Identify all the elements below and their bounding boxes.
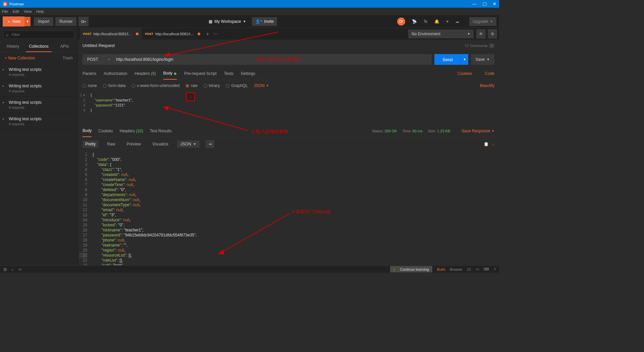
browse-link[interactable]: Browse [450,267,462,271]
minimize-icon[interactable]: — [472,1,477,6]
capture-icon[interactable]: 📡 [412,19,417,24]
main-toolbar: ＋New ▼ Import Runner ⧉▾ ▦My Workspace▼ 👤… [0,15,499,28]
sync-icon[interactable]: ⟳ [397,17,405,26]
console-icon[interactable]: ▭ [18,267,22,271]
response-body[interactable]: 1234567891011121314151617181920212223242… [78,151,499,265]
import-button[interactable]: Import [34,17,53,26]
trash-link[interactable]: Trash [63,56,73,60]
runner-button[interactable]: Runner [55,17,76,26]
window-titlebar: ◉ Postman — ▢ ✕ [0,0,499,8]
send-button[interactable]: Send [434,54,461,65]
resp-tab-body[interactable]: Body [83,125,92,137]
subtab-tests[interactable]: Tests [224,68,233,79]
resp-view-pretty[interactable]: Pretty [83,140,98,148]
menu-edit[interactable]: Edit [13,9,19,13]
open-new-icon[interactable]: ⧉▾ [78,17,89,26]
beautify-button[interactable]: Beautify [480,83,494,88]
user-icon[interactable]: ☁ [455,19,459,24]
resp-tab-tests[interactable]: Test Results [150,125,172,137]
workspace-selector[interactable]: ▦My Workspace▼ [209,19,246,24]
method-selector[interactable]: POST [83,54,113,65]
menubar: File Edit View Help [0,8,499,15]
subtab-prerequest[interactable]: Pre-request Script [184,68,217,79]
close-icon[interactable]: ✕ [493,1,496,6]
wrap-lines-icon[interactable]: ⇥ [206,140,214,148]
interceptor-icon[interactable]: 🛰 [424,19,428,24]
sidebar-toggle-icon[interactable]: ▥ [3,267,7,271]
postman-icon: ◉ [3,2,7,6]
find-icon[interactable]: ⌕ [11,267,14,271]
request-body-editor[interactable]: 1 ▾234 { "username":"teacher1", "passwor… [78,91,499,125]
build-link[interactable]: Build [437,267,445,271]
body-type-binary[interactable]: binary [204,83,220,88]
heart-icon[interactable]: ♥ [446,19,448,24]
tab-options-button[interactable]: ⋯ [212,31,220,37]
body-type-GraphQL[interactable]: GraphQL [226,83,248,88]
send-dropdown[interactable]: ▼ [461,54,468,65]
request-tabs: POSThttp://localhost:8081/loginc/lo...PO… [78,28,499,40]
maximize-icon[interactable]: ▢ [483,1,487,6]
url-input[interactable] [113,54,432,65]
upgrade-button[interactable]: Upgrade▼ [469,17,496,26]
request-content: POSThttp://localhost:8081/loginc/lo...PO… [78,28,499,265]
subtab-body[interactable]: Body ● [163,68,177,80]
save-button[interactable]: Save▼ [471,54,494,65]
preview-env-icon[interactable]: 👁 [476,29,486,39]
collection-item[interactable]: Writing test scripts4 requests [0,64,77,80]
body-type-x-www-form-urlencoded[interactable]: x-www-form-urlencoded [131,83,179,88]
resp-view-preview[interactable]: Preview [124,140,144,148]
resp-view-raw[interactable]: Raw [104,140,118,148]
new-button[interactable]: ＋New [3,16,24,27]
filter-input[interactable] [3,31,74,39]
response-meta: Status: 200 OK Time: 60 ms Size: 1.23 KB [372,129,450,133]
request-tab[interactable]: POSThttp://localhost:8081/loginc/lo... [80,28,142,40]
invite-button[interactable]: 👤⁺Invite [252,17,277,26]
cookies-link[interactable]: Cookies [458,71,472,76]
search-response-icon[interactable]: ⌕ [492,142,494,146]
code-link[interactable]: Code [485,71,494,76]
keyboard-icon[interactable]: ⌨ [484,267,489,271]
resp-view-visualize[interactable]: Visualize [150,140,171,148]
subtab-settings[interactable]: Settings [241,68,255,79]
save-response-button[interactable]: Save Response▼ [462,129,494,133]
menu-file[interactable]: File [2,9,8,13]
tab-history[interactable]: History [0,41,26,52]
body-type-none[interactable]: none [83,83,97,88]
sidebar: History Collections APIs + New Collectio… [0,28,78,265]
comments-button[interactable]: 🗨 Comments 0 [465,43,494,48]
menu-help[interactable]: Help [36,9,44,13]
resp-tab-cookies[interactable]: Cookies [98,125,113,137]
menu-view[interactable]: View [24,9,32,13]
request-title[interactable]: Untitled Request [83,43,115,48]
manage-env-icon[interactable]: ⚙ [488,29,497,39]
subtab-params[interactable]: Params [83,68,96,79]
request-tab[interactable]: POSThttp://localhost:8081/loginc/lo... [142,28,204,40]
tab-collections[interactable]: Collections [26,41,52,52]
resp-format-selector[interactable]: JSON▼ [177,140,200,148]
tab-apis[interactable]: APIs [52,41,77,52]
copy-response-icon[interactable]: 📋 [484,142,489,146]
environment-selector[interactable]: No Environment▼ [408,30,474,38]
body-format-selector[interactable]: JSON▼ [254,83,269,88]
app-title: Postman [9,2,24,6]
collection-item[interactable]: Writing test scripts4 requests [0,113,77,130]
body-type-form-data[interactable]: form-data [103,83,125,88]
bootcamp-button[interactable]: 🎓 Continue learning [390,266,432,272]
status-bar: ▥ ⌕ ▭ 🎓 Continue learning Build Browse ▯… [0,265,499,273]
resp-tab-headers[interactable]: Headers (10) [120,125,143,137]
new-collection-button[interactable]: + New Collection [5,56,35,60]
collection-item[interactable]: Writing test scripts4 requests [0,97,77,113]
new-dropdown[interactable]: ▼ [24,17,31,26]
add-tab-button[interactable]: + [204,31,212,37]
body-type-raw[interactable]: raw [185,83,197,88]
subtab-headers[interactable]: Headers (9) [135,68,156,79]
panes-icon[interactable]: ▭ [476,267,479,271]
notifications-icon[interactable]: 🔔 [434,19,439,24]
collection-item[interactable]: Writing test scripts4 requests [0,80,77,97]
two-pane-icon[interactable]: ▯▯ [467,267,471,271]
help-icon[interactable]: ? [494,267,496,271]
subtab-authorization[interactable]: Authorization [104,68,127,79]
